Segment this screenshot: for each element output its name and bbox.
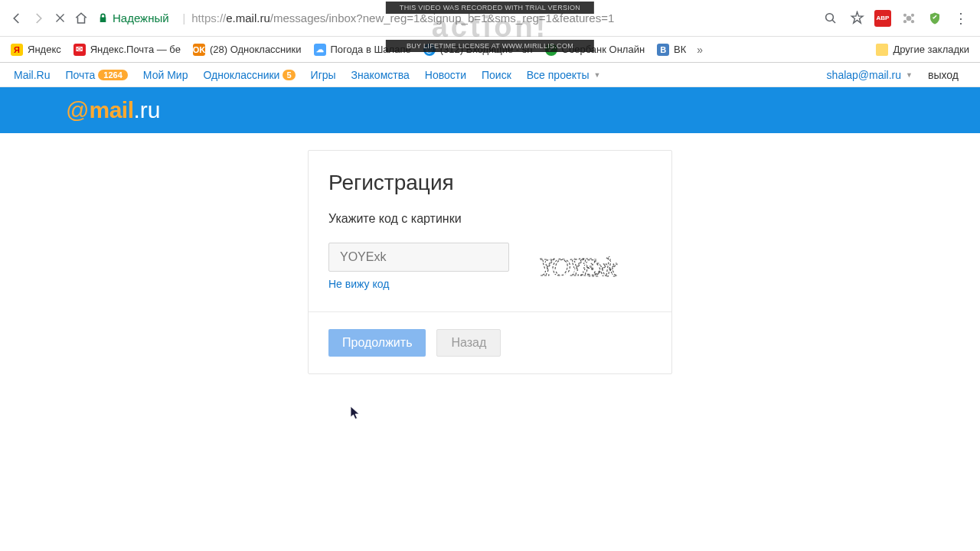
registration-title: Регистрация [328,171,652,195]
secure-label: Надежный [113,11,169,24]
forward-button[interactable] [28,8,49,29]
star-icon[interactable] [848,10,865,27]
svg-point-4 [911,20,914,23]
mailru-header: @mail.ru [0,87,980,133]
yandex-mail-icon: ✉ [74,44,86,56]
svg-text:YOYExk: YOYExk [538,252,616,280]
extension-icon[interactable] [900,10,917,27]
ok-count-badge: 5 [283,70,295,80]
trial-overlay: THIS VIDEO WAS RECORDED WITH TRIAL VERSI… [386,2,594,52]
zoom-icon[interactable] [822,10,839,27]
bookmarks-overflow[interactable]: » [694,44,706,56]
registration-subtitle: Укажите код с картинки [328,212,652,226]
portal-ok[interactable]: Одноклассники5 [195,69,302,81]
home-button[interactable] [70,8,92,29]
bookmark-other[interactable]: Другие закладки [871,41,974,59]
toolbar-right: ABP ⋮ [818,10,974,27]
cant-see-code-link[interactable]: Не вижу код [328,278,389,290]
svg-point-1 [906,15,912,21]
portal-news[interactable]: Новости [417,69,474,81]
folder-icon [876,44,888,56]
svg-point-2 [903,13,906,16]
portal-search[interactable]: Поиск [474,69,519,81]
portal-bar: Mail.Ru Почта1264 Мой Мир Одноклассники5… [0,63,980,87]
yandex-icon: Я [11,44,23,56]
back-button[interactable]: Назад [436,329,501,357]
abp-icon[interactable]: ABP [874,10,891,27]
content-area: Регистрация Укажите код с картинки Не ви… [0,133,980,374]
secure-indicator: Надежный [98,11,169,24]
trial-ghost-text: action! [386,12,594,41]
mailru-logo[interactable]: @mail.ru [66,97,161,123]
bookmark-vk[interactable]: BВК [652,41,691,59]
weather-icon: ☁ [314,44,326,56]
shield-icon[interactable] [926,10,943,27]
captcha-input[interactable] [328,243,509,272]
menu-icon[interactable]: ⋮ [952,10,969,27]
bookmark-yandex-mail[interactable]: ✉Яндекс.Почта — бе [69,41,185,59]
mail-count-badge: 1264 [98,70,127,80]
cursor-icon [350,406,362,421]
lock-icon [98,12,108,24]
portal-dating[interactable]: Знакомства [344,69,417,81]
logout-link[interactable]: выход [920,69,966,81]
svg-point-5 [903,20,906,23]
caret-down-icon: ▼ [593,71,600,79]
caret-down-icon: ▼ [906,71,913,79]
ok-icon: OK [193,44,205,56]
portal-mail[interactable]: Mail.Ru [14,69,57,81]
portal-pochta[interactable]: Почта1264 [57,69,135,81]
registration-box: Регистрация Укажите код с картинки Не ви… [308,150,672,374]
user-email[interactable]: shalap@mail.ru▼ [819,69,920,81]
svg-point-3 [911,13,914,16]
bookmark-yandex[interactable]: ЯЯндекс [6,41,66,59]
portal-all-projects[interactable]: Все проекты▼ [519,69,609,81]
back-button[interactable] [6,8,28,29]
continue-button[interactable]: Продолжить [328,329,426,357]
portal-games[interactable]: Игры [303,69,344,81]
trial-line-2: BUY LIFETIME LICENSE AT WWW.MIRILLIS.COM [386,40,594,52]
bookmark-ok[interactable]: OK(28) Одноклассники [188,41,306,59]
captcha-image: YOYExk [532,243,652,289]
portal-mymir[interactable]: Мой Мир [136,69,196,81]
vk-icon: B [657,44,669,56]
svg-point-0 [826,13,834,21]
stop-button[interactable] [49,8,70,29]
